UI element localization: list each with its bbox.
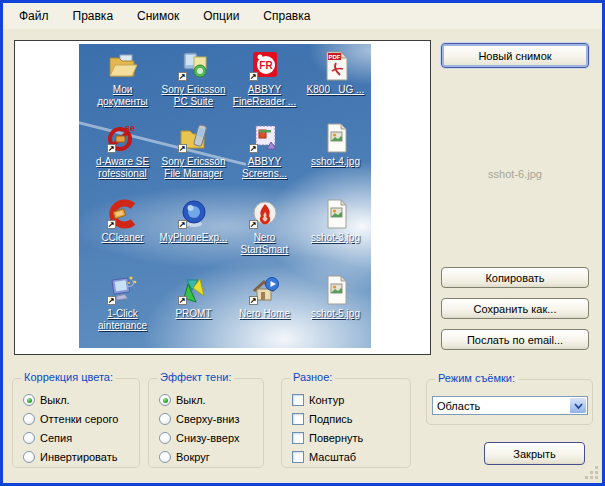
capture-mode-select[interactable]: Область: [432, 396, 588, 415]
radio-icon[interactable]: [159, 432, 171, 444]
finereader-icon: FR ↗: [249, 50, 281, 82]
desktop-icon-sshot-3: sshot-3.jpg: [300, 198, 371, 274]
radio-icon[interactable]: [159, 394, 171, 406]
radio-shadow-off[interactable]: Выкл.: [159, 393, 206, 407]
group-title: Разное:: [290, 371, 335, 383]
shortcut-arrow-icon: ↗: [178, 144, 187, 153]
new-snapshot-button[interactable]: Новый снимок: [441, 43, 589, 68]
radio-icon[interactable]: [23, 432, 35, 444]
shortcut-arrow-icon: ↗: [249, 144, 258, 153]
checkbox-caption[interactable]: Подпись: [292, 412, 353, 426]
shortcut-arrow-icon: ↗: [178, 220, 187, 229]
menu-options[interactable]: Опции: [191, 6, 251, 26]
chevron-down-icon[interactable]: [570, 398, 586, 413]
desktop-icon-abbyy-finereader: FR ↗ ABBYYFineReader ...: [229, 50, 300, 122]
color-correction-group: Коррекция цвета: Выкл. Оттенки серого Се…: [12, 378, 140, 468]
myphoneexplorer-icon: ↗: [178, 198, 210, 230]
checkbox-icon[interactable]: [292, 432, 304, 444]
radio-icon[interactable]: [23, 413, 35, 425]
menu-edit[interactable]: Правка: [61, 6, 126, 26]
shortcut-arrow-icon: ↗: [249, 220, 258, 229]
folder-phone-icon: ↗: [178, 122, 210, 154]
checkbox-scale[interactable]: Масштаб: [292, 450, 356, 464]
maintenance-icon: ↗: [107, 274, 139, 306]
desktop-icon-k800-ug-pdf: PDF K800_ UG ...: [300, 50, 371, 122]
capture-mode-group: Режим съёмки: Область: [426, 379, 593, 425]
ad-aware-icon: se ↗: [107, 122, 139, 154]
checkbox-icon[interactable]: [292, 451, 304, 463]
desktop-icon-nero-home: ↗ Nero Home: [229, 274, 300, 348]
ccleaner-icon: ↗: [107, 198, 139, 230]
radio-color-sepia[interactable]: Сепия: [23, 431, 72, 445]
desktop-icon-myphoneexplorer: ↗ MyPhoneExp...: [158, 198, 229, 274]
folder-icon: [107, 50, 139, 82]
checkbox-outline[interactable]: Контур: [292, 393, 344, 407]
resize-grip[interactable]: [595, 476, 598, 479]
radio-shadow-bottom-up[interactable]: Снизу-вверх: [159, 431, 239, 445]
copy-button[interactable]: Копировать: [441, 267, 589, 288]
desktop-icon-1-click-maintenance: ↗ 1-Clickaintenance: [87, 274, 158, 348]
pdf-file-icon: PDF: [320, 50, 352, 82]
radio-shadow-top-down[interactable]: Сверху-вниз: [159, 412, 240, 426]
menu-snapshot[interactable]: Снимок: [125, 6, 191, 26]
group-title: Коррекция цвета:: [21, 371, 116, 383]
radio-icon[interactable]: [23, 394, 35, 406]
radio-icon[interactable]: [159, 413, 171, 425]
capture-mode-value: Область: [437, 400, 480, 412]
jpg-file-icon: [320, 274, 352, 306]
shortcut-arrow-icon: ↗: [249, 72, 258, 81]
promt-icon: ↗: [178, 274, 210, 306]
jpg-file-icon: [320, 122, 352, 154]
menu-help[interactable]: Справка: [251, 6, 322, 26]
desktop-icon-nero-startsmart: ↗ NeroStartSmart: [229, 198, 300, 274]
radio-color-grayscale[interactable]: Оттенки серого: [23, 412, 118, 426]
radio-color-off[interactable]: Выкл.: [23, 393, 70, 407]
shortcut-arrow-icon: ↗: [107, 144, 116, 153]
desktop-screenshot-image: Моидокументы ↗ Sony EricssonPC Suite FR …: [79, 44, 371, 348]
shortcut-arrow-icon: ↗: [107, 220, 116, 229]
screenshot-app-window: Файл Правка Снимок Опции Справка Моидоку…: [0, 0, 605, 486]
desktop-icon-my-documents: Моидокументы: [87, 50, 158, 122]
nero-startsmart-icon: ↗: [249, 198, 281, 230]
group-title: Эффект тени:: [157, 371, 234, 383]
menu-file[interactable]: Файл: [7, 6, 61, 26]
checkbox-icon[interactable]: [292, 394, 304, 406]
checkbox-rotate[interactable]: Повернуть: [292, 431, 363, 445]
desktop-icon-abbyy-screenshot-reader: ↗ ABBYYScreens...: [229, 122, 300, 198]
checkbox-icon[interactable]: [292, 413, 304, 425]
nero-home-icon: ↗: [249, 274, 281, 306]
desktop-icon-sshot-4: sshot-4.jpg: [300, 122, 371, 198]
radio-icon[interactable]: [159, 451, 171, 463]
radio-icon[interactable]: [23, 451, 35, 463]
group-title: Режим съёмки:: [435, 372, 518, 384]
menu-bar: Файл Правка Снимок Опции Справка: [3, 3, 602, 29]
misc-group: Разное: Контур Подпись Повернуть Масштаб: [281, 378, 411, 468]
svg-text:FR: FR: [259, 60, 273, 71]
screenshot-reader-icon: ↗: [249, 122, 281, 154]
send-email-button[interactable]: Послать по email...: [441, 329, 589, 350]
jpg-file-icon: [320, 198, 352, 230]
save-as-button[interactable]: Сохранить как...: [441, 298, 589, 319]
desktop-icon-sony-ericsson-pc-suite: ↗ Sony EricssonPC Suite: [158, 50, 229, 122]
svg-text:PDF: PDF: [328, 54, 340, 60]
shortcut-arrow-icon: ↗: [249, 296, 258, 305]
current-filename-label: sshot-6.jpg: [441, 168, 589, 180]
shortcut-arrow-icon: ↗: [178, 72, 187, 81]
shortcut-arrow-icon: ↗: [107, 296, 116, 305]
pc-suite-icon: ↗: [178, 50, 210, 82]
shortcut-arrow-icon: ↗: [178, 296, 187, 305]
radio-color-invert[interactable]: Инвертировать: [23, 450, 117, 464]
desktop-icon-sshot-5: sshot-5.jpg: [300, 274, 371, 348]
shadow-effect-group: Эффект тени: Выкл. Сверху-вниз Снизу-вве…: [148, 378, 264, 468]
close-button[interactable]: Закрыть: [484, 442, 585, 465]
desktop-icon-ccleaner: ↗ CCleaner: [87, 198, 158, 274]
desktop-icon-promt: ↗ PROMT: [158, 274, 229, 348]
desktop-icon-se-file-manager: ↗ Sony EricssonFile Manager: [158, 122, 229, 198]
preview-frame: Моидокументы ↗ Sony EricssonPC Suite FR …: [14, 40, 431, 355]
desktop-icon-ad-aware-se: se ↗ d-Aware SErofessional: [87, 122, 158, 198]
radio-shadow-around[interactable]: Вокруг: [159, 450, 210, 464]
